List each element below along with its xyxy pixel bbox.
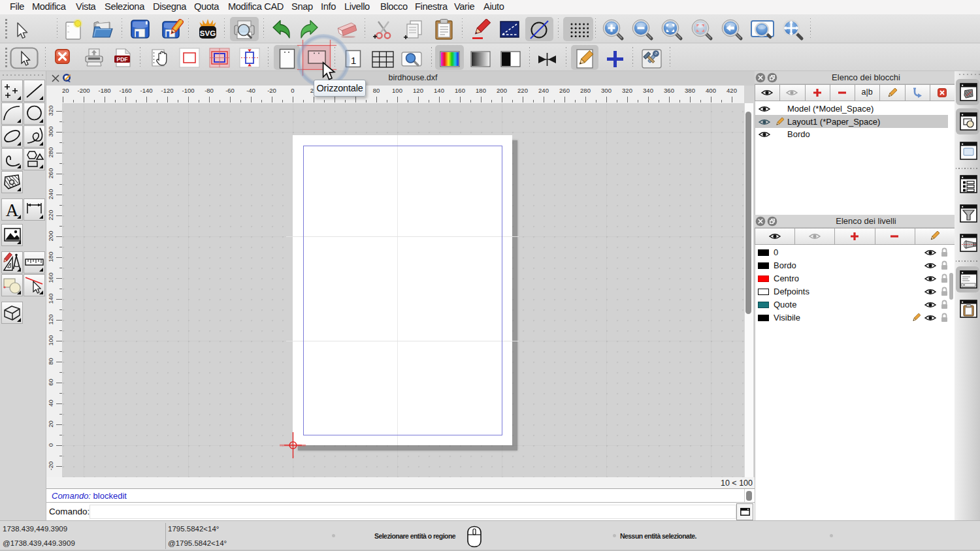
- svg-text:1: 1: [351, 55, 357, 66]
- svg-text:SVG: SVG: [200, 29, 216, 37]
- svg-text:PDF: PDF: [117, 56, 128, 63]
